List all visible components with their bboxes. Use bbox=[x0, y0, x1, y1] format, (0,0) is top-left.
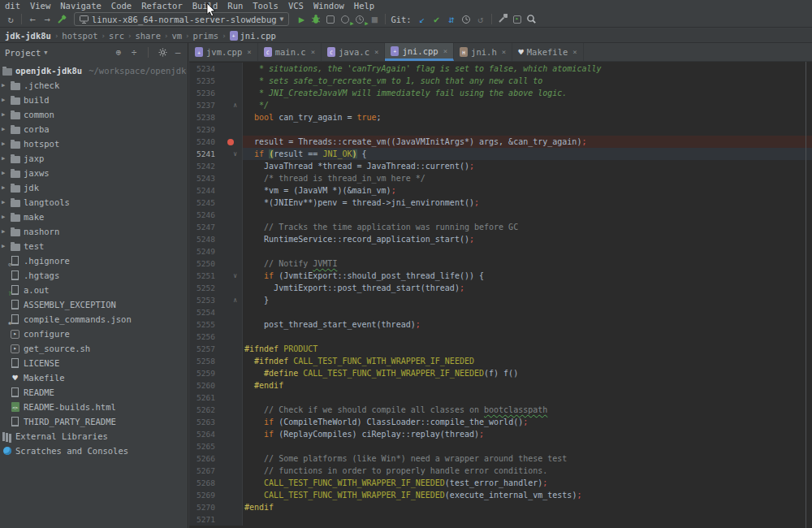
chevron-right-icon[interactable]: ▶ bbox=[2, 97, 10, 103]
tree-item--jcheck[interactable]: ▶.jcheck bbox=[0, 78, 188, 93]
gutter[interactable]: 5265 bbox=[189, 440, 243, 452]
code-text[interactable]: * situations, the 'canTryAgain' flag is … bbox=[243, 63, 812, 75]
close-icon[interactable]: × bbox=[374, 48, 378, 56]
code-text[interactable]: CALL_TEST_FUNC_WITH_WRAPPER_IF_NEEDED(te… bbox=[243, 477, 812, 489]
tree-item-external-libraries[interactable]: External Libraries bbox=[0, 429, 188, 444]
code-line[interactable]: 5252 JvmtiExport::post_thread_start(thre… bbox=[189, 282, 812, 294]
menu-item-help[interactable]: Help bbox=[349, 1, 379, 11]
run-icon[interactable]: ▶ bbox=[294, 12, 309, 27]
fold-column[interactable]: ∧ bbox=[217, 99, 241, 111]
code-line[interactable]: 5268 CALL_TEST_FUNC_WITH_WRAPPER_IF_NEED… bbox=[189, 477, 812, 489]
code-line[interactable]: 5253∧ } bbox=[189, 294, 812, 306]
code-text[interactable]: if (CompileTheWorld) ClassLoader::compil… bbox=[243, 416, 812, 428]
code-line[interactable]: 5241∨ if (result == JNI_OK) { bbox=[189, 148, 812, 160]
hide-panel-icon[interactable]: — bbox=[173, 47, 183, 58]
code-line[interactable]: 5271 bbox=[189, 513, 812, 526]
code-text[interactable]: #define CALL_TEST_FUNC_WITH_WRAPPER_IF_N… bbox=[243, 367, 812, 379]
fold-column[interactable] bbox=[217, 136, 241, 148]
fold-column[interactable] bbox=[217, 501, 241, 513]
project-view-selector[interactable]: Project ▼ bbox=[5, 48, 47, 58]
close-icon[interactable]: × bbox=[311, 48, 315, 56]
code-line[interactable]: 5265 bbox=[189, 440, 812, 452]
search-icon[interactable] bbox=[525, 12, 539, 27]
coverage-icon[interactable] bbox=[323, 12, 338, 27]
code-text[interactable]: /* thread is thread_in_vm here */ bbox=[243, 172, 812, 184]
code-text[interactable] bbox=[243, 513, 812, 526]
code-line[interactable]: 5262 // Check if we should compile all c… bbox=[189, 404, 812, 416]
tab-Makefile[interactable]: ♥Makefile× bbox=[512, 43, 584, 61]
gutter[interactable]: 5259 bbox=[189, 367, 243, 379]
locate-file-icon[interactable]: ⊕ bbox=[114, 47, 123, 58]
fold-marker-icon[interactable]: ∨ bbox=[233, 272, 237, 279]
code-text[interactable]: post_thread_start_event(thread); bbox=[243, 318, 812, 331]
code-text[interactable]: // functions in order to properly handle… bbox=[243, 465, 812, 477]
tree-item-make[interactable]: ▶make bbox=[0, 210, 188, 224]
tree-item-readme[interactable]: README bbox=[0, 385, 188, 400]
stop-icon[interactable]: ■ bbox=[367, 12, 382, 27]
code-text[interactable]: result = Threads::create_vm((JavaVMInitA… bbox=[243, 136, 812, 148]
scrollbar-track[interactable] bbox=[806, 62, 806, 528]
fold-column[interactable]: ∨ bbox=[217, 270, 241, 282]
code-text[interactable]: RuntimeService::record_application_start… bbox=[243, 233, 812, 245]
fold-column[interactable] bbox=[217, 392, 241, 404]
menu-item-code[interactable]: Code bbox=[106, 1, 136, 11]
tree-item-openjdk-jdk8u[interactable]: openjdk-jdk8u~/workspace/openjdk- bbox=[0, 63, 188, 78]
close-icon[interactable]: × bbox=[572, 48, 577, 56]
fold-column[interactable]: ∧ bbox=[217, 294, 241, 306]
menu-item-navigate[interactable]: Navigate bbox=[55, 1, 106, 11]
git-rollback-icon[interactable]: ↺ bbox=[473, 12, 488, 27]
code-text[interactable]: if (ReplayCompiles) ciReplay::replay(thr… bbox=[243, 428, 812, 440]
chevron-right-icon[interactable]: ▶ bbox=[2, 141, 10, 147]
gutter[interactable]: 5247 bbox=[189, 221, 243, 233]
code-line[interactable]: 5245 *(JNIEnv**)penv = thread->jni_envir… bbox=[189, 197, 812, 209]
gutter[interactable]: 5241∨ bbox=[189, 148, 243, 160]
fold-marker-icon[interactable]: ∧ bbox=[233, 102, 237, 109]
chevron-right-icon[interactable]: ▶ bbox=[2, 243, 10, 249]
fold-column[interactable] bbox=[217, 306, 241, 318]
fold-column[interactable] bbox=[217, 63, 241, 75]
tree-item-readme-builds-html[interactable]: <>README-builds.html bbox=[0, 400, 188, 414]
tree-item--hgtags[interactable]: .hgtags bbox=[0, 268, 188, 283]
fold-column[interactable] bbox=[217, 282, 241, 294]
fold-column[interactable] bbox=[217, 258, 241, 270]
tree-item-langtools[interactable]: ▶langtools bbox=[0, 195, 188, 210]
code-line[interactable]: 5260 #endif bbox=[189, 379, 812, 392]
gutter[interactable]: 5238 bbox=[189, 111, 243, 123]
menu-item-build[interactable]: Build bbox=[188, 1, 223, 11]
gutter[interactable]: 5251∨ bbox=[189, 270, 243, 282]
menu-item-run[interactable]: Run bbox=[222, 1, 248, 11]
fold-column[interactable] bbox=[217, 87, 241, 99]
gutter[interactable]: 5242 bbox=[189, 160, 243, 172]
tree-item-license[interactable]: LICENSE bbox=[0, 356, 188, 370]
code-text[interactable]: if (result == JNI_OK) { bbox=[243, 148, 812, 160]
code-line[interactable]: 5255 post_thread_start_event(thread); bbox=[189, 318, 812, 331]
tree-item-third-party-readme[interactable]: THIRD_PARTY_README bbox=[0, 414, 188, 429]
gutter[interactable]: 5270 bbox=[189, 501, 243, 513]
forward-icon[interactable]: → bbox=[40, 12, 54, 27]
fold-column[interactable] bbox=[217, 221, 241, 233]
breadcrumb-item[interactable]: +jni.cpp bbox=[228, 31, 278, 41]
gear-icon[interactable] bbox=[158, 47, 167, 58]
code-line[interactable]: 5243 /* thread is thread_in_vm here */ bbox=[189, 172, 812, 184]
tree-item-a-out[interactable]: ?a.out bbox=[0, 283, 188, 297]
code-text[interactable]: } bbox=[243, 294, 812, 306]
collapse-all-icon[interactable]: ÷ bbox=[129, 47, 139, 58]
code-text[interactable]: JavaThread *thread = JavaThread::current… bbox=[243, 160, 812, 172]
fold-column[interactable] bbox=[217, 197, 241, 209]
fold-column[interactable] bbox=[217, 440, 241, 452]
code-text[interactable] bbox=[243, 209, 812, 221]
gutter[interactable]: 5249 bbox=[189, 245, 243, 258]
fold-column[interactable] bbox=[217, 111, 241, 123]
code-line[interactable]: 5263 if (CompileTheWorld) ClassLoader::c… bbox=[189, 416, 812, 428]
fold-column[interactable] bbox=[217, 489, 241, 501]
code-line[interactable]: 5235 * sets safe_to_recreate_vm to 1, su… bbox=[189, 75, 812, 87]
gutter[interactable]: 5248 bbox=[189, 233, 243, 245]
gutter[interactable]: 5250 bbox=[189, 258, 243, 270]
chevron-right-icon[interactable]: ▶ bbox=[2, 184, 10, 191]
chevron-right-icon[interactable]: ▶ bbox=[2, 214, 10, 220]
fold-column[interactable] bbox=[217, 160, 241, 172]
code-text[interactable]: *(JNIEnv**)penv = thread->jni_environmen… bbox=[243, 197, 812, 209]
tab-jni-h[interactable]: Hjni.h× bbox=[454, 43, 512, 61]
fold-column[interactable] bbox=[217, 367, 241, 379]
fold-column[interactable] bbox=[217, 465, 241, 477]
